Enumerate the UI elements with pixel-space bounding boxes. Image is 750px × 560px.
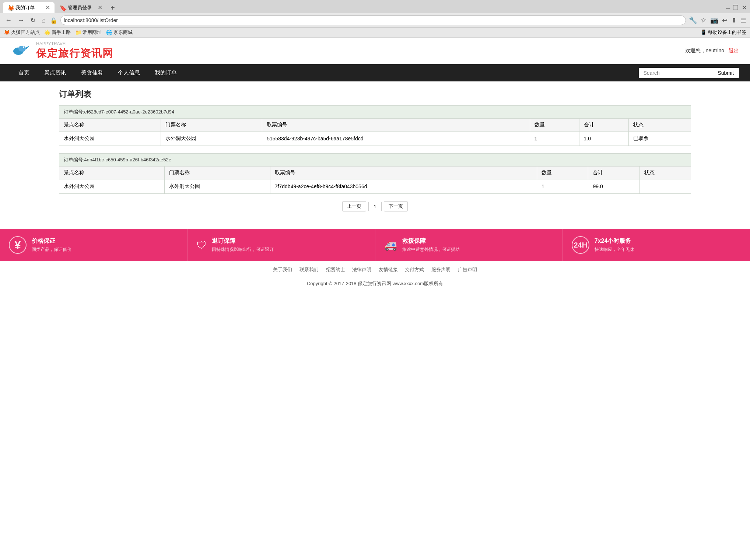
order-row-2-1: 水外洞天公园 水外洞天公园 7f7ddb49-a2ce-4ef8-b9c4-f8… [59,179,691,194]
price-guarantee-title: 价格保证 [32,237,71,245]
nav-food[interactable]: 美食佳肴 [74,64,111,81]
footer-refund-guarantee: 🛡 退订保障 因特殊情况影响出行，保证退订 [188,229,375,261]
footer-link-about[interactable]: 关于我们 [273,267,292,272]
next-page-button[interactable]: 下一页 [384,201,408,211]
nav-home[interactable]: 首页 [11,64,37,81]
cell-scenic-2-1: 水外洞天公园 [59,179,165,194]
close-icon[interactable]: ✕ [742,4,747,12]
bookmark-newbie[interactable]: 🌟 新手上路 [44,29,71,36]
service-sub: 快速响应，全年无休 [595,246,634,253]
cell-total-2-1: 99.0 [588,179,639,194]
prev-page-button[interactable]: 上一页 [342,201,366,211]
footer-link-ad[interactable]: 广告声明 [458,267,477,272]
history-back-icon[interactable]: ↩ [722,16,728,24]
bookmarks-bar: 🦊 火狐官方站点 🌟 新手上路 📁 常用网址 🌐 京东商城 📱 移动设备上的书签 [0,27,750,37]
bookmark-common[interactable]: 📁 常用网址 [75,29,102,36]
cell-qty-2-1: 1 [537,179,588,194]
bookmark-jd-icon: 🌐 [106,29,112,35]
logout-button[interactable]: 退出 [729,48,739,53]
footer-price-guarantee: ¥ 价格保证 同类产品，保证低价 [0,229,188,261]
col-ticket-name-2: 门票名称 [165,167,270,179]
tab-2-close[interactable]: ✕ [98,5,102,11]
cell-qty-1-1: 1 [530,132,579,146]
welcome-text: 欢迎您，neutrino [685,48,725,53]
cell-tname-2-1: 水外洞天公园 [165,179,270,194]
bookmark-star-icon[interactable]: ☆ [701,16,707,24]
order-row-1-1: 水外洞天公园 水外洞天公园 515583d4-923b-497c-ba5d-6a… [59,132,691,146]
nav-orders[interactable]: 我的订单 [147,64,184,81]
bookmark-jd[interactable]: 🌐 京东商城 [106,29,133,36]
mobile-icon: 📱 [701,29,707,35]
tab-2[interactable]: 🔖 管理员登录 ✕ [55,2,107,13]
footer-copyright: Copyright © 2017-2018 保定旅行资讯网 www.xxxx.c… [0,278,750,289]
rescue-guarantee-sub: 旅途中遭意外情况，保证援助 [402,246,460,253]
bookmark-jd-label: 京东商城 [113,29,133,36]
lock-icon: 🔒 [50,17,57,24]
screenshot-icon[interactable]: 📷 [710,16,718,24]
mobile-bookmarks[interactable]: 📱 移动设备上的书签 [701,29,746,36]
order-table-2: 景点名称 门票名称 取票编号 数量 合计 状态 水外洞天公园 水外洞天公园 7f… [59,166,691,194]
footer-links: 关于我们 联系我们 招贤纳士 法律声明 友情链接 支付方式 服务声明 广告声明 [0,261,750,278]
footer-link-legal[interactable]: 法律声明 [352,267,371,272]
footer-link-service[interactable]: 服务声明 [431,267,451,272]
menu-icon[interactable]: ☰ [740,16,746,24]
new-tab-button[interactable]: + [108,4,118,12]
tab-1-close[interactable]: ✕ [45,5,50,11]
order-id-1: 订单编号:ef628cd7-e007-4452-a0ae-2e23602b7d9… [59,105,691,118]
cell-tno-1-1: 515583d4-923b-497c-ba5d-6aa178e5fdcd [262,132,530,146]
nav-profile[interactable]: 个人信息 [111,64,147,81]
maximize-icon[interactable]: ❐ [733,4,739,12]
pagination: 上一页 下一页 [59,201,691,211]
24h-icon: 24H [572,236,589,254]
back-button[interactable]: ← [4,16,13,25]
minimize-icon[interactable]: – [726,4,730,12]
refund-icon: 🛡 [196,239,207,251]
share-icon[interactable]: ⬆ [731,16,737,24]
page-number-input[interactable] [368,202,382,211]
price-icon: ¥ [9,236,27,254]
order-block-1: 订单编号:ef628cd7-e007-4452-a0ae-2e23602b7d9… [59,105,691,146]
site-header: HAPPYTRAVEL 保定旅行资讯网 欢迎您，neutrino 退出 [0,38,750,64]
extension-icon[interactable]: 🔧 [689,16,697,24]
tab-bar: 🦊 我的订单 ✕ 🔖 管理员登录 ✕ + – ❐ ✕ [0,0,750,13]
reload-button[interactable]: ↻ [29,15,37,25]
search-input[interactable] [639,68,712,78]
col-total-2: 合计 [588,167,639,179]
nav-scenic[interactable]: 景点资讯 [37,64,74,81]
forward-button[interactable]: → [16,16,26,25]
footer-link-friendly[interactable]: 友情链接 [379,267,398,272]
order-block-2: 订单编号:4db4f1bc-c650-459b-a26f-b46f342ae52… [59,153,691,194]
nav-bar: 首页 景点资讯 美食佳肴 个人信息 我的订单 Submit [0,64,750,81]
header-right: 欢迎您，neutrino 退出 [685,48,739,54]
tab-1[interactable]: 🦊 我的订单 ✕ [3,2,55,13]
col-ticket-name-1: 门票名称 [161,119,262,132]
col-qty-1: 数量 [530,119,579,132]
col-ticket-no-1: 取票编号 [262,119,530,132]
footer-link-contact[interactable]: 联系我们 [299,267,319,272]
address-bar: ← → ↻ ⌂ 🔒 🔧 ☆ 📷 ↩ ⬆ ☰ [0,13,750,27]
cell-status-1-1: 已取票 [628,132,691,146]
search-button[interactable]: Submit [712,68,739,78]
price-guarantee-sub: 同类产品，保证低价 [32,246,71,253]
mobile-bookmarks-label: 移动设备上的书签 [708,29,746,35]
order-table-1-header: 景点名称 门票名称 取票编号 数量 合计 状态 [59,119,691,132]
order-table-1: 景点名称 门票名称 取票编号 数量 合计 状态 水外洞天公园 水外洞天公园 51… [59,118,691,146]
tab-bar-controls: – ❐ ✕ [726,4,747,12]
home-button[interactable]: ⌂ [40,16,47,25]
footer-link-recruit[interactable]: 招贤纳士 [326,267,345,272]
svg-point-1 [18,46,26,52]
footer-banner: ¥ 价格保证 同类产品，保证低价 🛡 退订保障 因特殊情况影响出行，保证退订 🚑… [0,229,750,261]
tab-1-favicon: 🦊 [7,5,13,11]
cell-tname-1-1: 水外洞天公园 [161,132,262,146]
col-status-1: 状态 [628,119,691,132]
bookmark-common-icon: 📁 [75,29,81,35]
footer-rescue-guarantee: 🚑 救援保障 旅途中遭意外情况，保证援助 [375,229,563,261]
logo-area: HAPPYTRAVEL 保定旅行资讯网 [11,41,113,60]
col-qty-2: 数量 [537,167,588,179]
cell-status-2-1 [639,179,691,194]
footer-link-payment[interactable]: 支付方式 [405,267,424,272]
address-input[interactable] [60,15,686,25]
bookmark-firefox[interactable]: 🦊 火狐官方站点 [4,29,40,36]
browser-chrome: 🦊 我的订单 ✕ 🔖 管理员登录 ✕ + – ❐ ✕ ← → ↻ ⌂ 🔒 🔧 ☆… [0,0,750,38]
page-title: 订单列表 [59,89,691,100]
